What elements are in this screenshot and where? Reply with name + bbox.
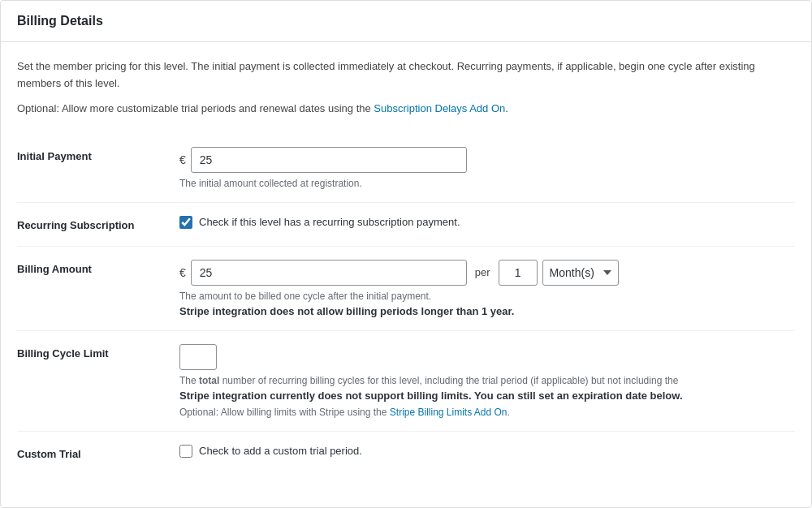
billing-cycle-limit-input[interactable] [179,344,217,370]
initial-payment-row: Initial Payment € The initial amount col… [17,134,795,203]
initial-payment-label: Initial Payment [17,134,179,203]
billing-amount-currency: € [179,266,186,279]
billing-cycle-warning: Stripe integration currently does not su… [179,390,795,402]
billing-amount-row: Billing Amount € per Month(s) Day(s) Wee… [17,246,795,330]
billing-form-table: Initial Payment € The initial amount col… [17,134,795,475]
recurring-subscription-checkbox[interactable] [179,216,192,229]
custom-trial-row: Custom Trial Check to add a custom trial… [17,431,795,475]
custom-trial-label: Custom Trial [17,431,179,475]
billing-cycle-limit-field: The total number of recurring billing cy… [179,330,795,431]
billing-cycle-help: The total number of recurring billing cy… [179,375,795,386]
initial-payment-input[interactable] [191,147,467,173]
billing-amount-input[interactable] [191,260,467,286]
initial-payment-currency: € [179,153,186,166]
billing-period-select[interactable]: Month(s) Day(s) Week(s) Year(s) [542,260,619,286]
card-header: Billing Details [1,1,811,42]
billing-card: Billing Details Set the member pricing f… [0,0,812,508]
recurring-subscription-label: Recurring Subscription [17,202,179,246]
optional-description: Optional: Allow more customizable trial … [17,102,795,114]
custom-trial-checkbox-label[interactable]: Check to add a custom trial period. [199,445,362,457]
billing-cycle-per-input[interactable] [499,260,538,286]
billing-amount-field: € per Month(s) Day(s) Week(s) Year(s) [179,246,795,330]
billing-cycle-optional: Optional: Allow billing limits with Stri… [179,407,795,418]
description-main: Set the member pricing for this level. T… [17,58,795,93]
card-title: Billing Details [17,14,795,28]
optional-text-suffix: . [505,102,508,114]
billing-cycle-help-bold: total [199,375,219,386]
billing-cycle-limit-row: Billing Cycle Limit The total number of … [17,330,795,431]
billing-amount-help: The amount to be billed one cycle after … [179,291,795,302]
billing-cycle-optional-suffix: . [508,407,510,418]
billing-amount-warning: Stripe integration does not allow billin… [179,305,795,317]
custom-trial-checkbox-row: Check to add a custom trial period. [179,445,795,458]
custom-trial-field: Check to add a custom trial period. [179,431,795,475]
billing-cycle-limit-label: Billing Cycle Limit [17,330,179,431]
card-body: Set the member pricing for this level. T… [1,42,811,491]
billing-cycle-optional-pre: Optional: Allow billing limits with Stri… [179,407,390,418]
recurring-subscription-checkbox-row: Check if this level has a recurring subs… [179,216,795,229]
initial-payment-help: The initial amount collected at registra… [179,178,795,189]
recurring-subscription-checkbox-label[interactable]: Check if this level has a recurring subs… [199,216,460,228]
billing-amount-input-group: € per Month(s) Day(s) Week(s) Year(s) [179,260,795,286]
billing-amount-label: Billing Amount [17,246,179,330]
subscription-delays-link[interactable]: Subscription Delays Add On [374,102,505,114]
initial-payment-field: € The initial amount collected at regist… [179,134,795,203]
stripe-billing-limits-link[interactable]: Stripe Billing Limits Add On [390,407,508,418]
recurring-subscription-field: Check if this level has a recurring subs… [179,202,795,246]
per-label: per [475,266,490,278]
custom-trial-checkbox[interactable] [179,445,192,458]
recurring-subscription-row: Recurring Subscription Check if this lev… [17,202,795,246]
initial-payment-input-group: € [179,147,795,173]
optional-text-prefix: Optional: Allow more customizable trial … [17,102,374,114]
